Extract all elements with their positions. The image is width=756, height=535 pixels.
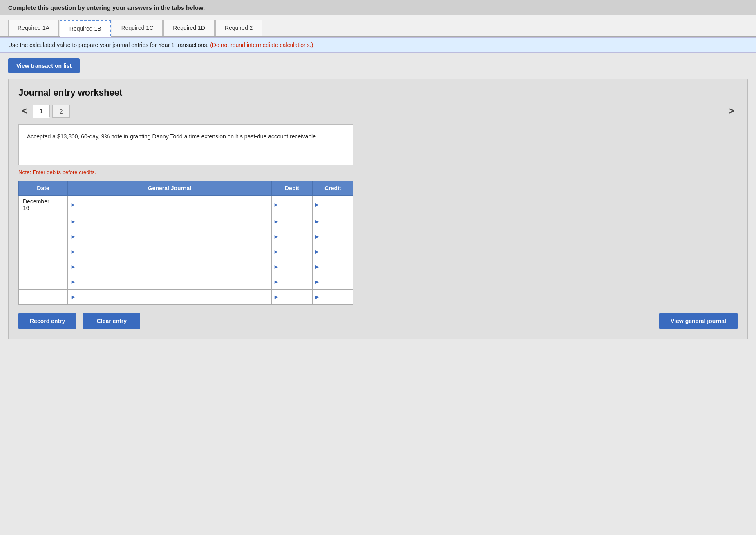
tab-req2[interactable]: Required 2 xyxy=(215,20,262,36)
debit-cell-1[interactable]: ► xyxy=(272,196,313,214)
clear-entry-button[interactable]: Clear entry xyxy=(83,313,140,329)
credit-cell-7[interactable]: ► xyxy=(313,290,353,305)
date-cell-6 xyxy=(19,274,68,290)
tab-req1d[interactable]: Required 1D xyxy=(163,20,215,36)
table-row: ► ► ► xyxy=(19,214,353,229)
debit-arrow-3: ► xyxy=(273,233,279,240)
arrow-icon-7: ► xyxy=(70,294,76,300)
debit-cell-3[interactable]: ► xyxy=(272,229,313,244)
tab-req1c[interactable]: Required 1C xyxy=(112,20,163,36)
table-row: ► ► ► xyxy=(19,259,353,274)
debit-input-6[interactable] xyxy=(281,279,312,285)
arrow-icon-1: ► xyxy=(70,201,76,208)
credit-cell-3[interactable]: ► xyxy=(313,229,353,244)
journal-input-5[interactable] xyxy=(78,263,271,270)
worksheet-title: Journal entry worksheet xyxy=(18,87,738,98)
journal-cell-4[interactable]: ► xyxy=(68,244,272,259)
tab-page-1[interactable]: 1 xyxy=(33,105,50,118)
credit-input-2[interactable] xyxy=(322,218,353,225)
instruction-bar: Use the calculated value to prepare your… xyxy=(0,37,756,53)
table-row: December16 ► ► ► xyxy=(19,196,353,214)
credit-cell-2[interactable]: ► xyxy=(313,214,353,229)
credit-cell-1[interactable]: ► xyxy=(313,196,353,214)
record-entry-button[interactable]: Record entry xyxy=(18,313,76,329)
journal-input-3[interactable] xyxy=(78,233,271,240)
date-cell-5 xyxy=(19,259,68,274)
debit-cell-2[interactable]: ► xyxy=(272,214,313,229)
view-general-journal-button[interactable]: View general journal xyxy=(659,313,738,329)
note-text: Note: Enter debits before credits. xyxy=(18,169,738,175)
prev-arrow-button[interactable]: < xyxy=(18,105,30,117)
journal-cell-5[interactable]: ► xyxy=(68,259,272,274)
view-btn-container: View transaction list xyxy=(0,53,756,79)
debit-cell-4[interactable]: ► xyxy=(272,244,313,259)
debit-input-1[interactable] xyxy=(281,201,312,208)
view-transaction-button[interactable]: View transaction list xyxy=(8,58,80,73)
journal-cell-3[interactable]: ► xyxy=(68,229,272,244)
journal-input-1[interactable] xyxy=(78,201,271,208)
tabs-row: Required 1A Required 1B Required 1C Requ… xyxy=(0,15,756,37)
arrow-icon-5: ► xyxy=(70,263,76,270)
journal-input-6[interactable] xyxy=(78,279,271,285)
top-instruction-text: Complete this question by entering your … xyxy=(8,4,205,11)
debit-cell-5[interactable]: ► xyxy=(272,259,313,274)
journal-table: Date General Journal Debit Credit Decemb… xyxy=(18,181,353,305)
debit-arrow-4: ► xyxy=(273,248,279,255)
credit-arrow-6: ► xyxy=(314,279,320,285)
header-debit: Debit xyxy=(272,181,313,196)
debit-cell-7[interactable]: ► xyxy=(272,290,313,305)
date-cell-2 xyxy=(19,214,68,229)
description-text: Accepted a $13,800, 60-day, 9% note in g… xyxy=(27,133,318,140)
journal-cell-1[interactable]: ► xyxy=(68,196,272,214)
credit-cell-4[interactable]: ► xyxy=(313,244,353,259)
description-box: Accepted a $13,800, 60-day, 9% note in g… xyxy=(18,124,353,165)
worksheet-container: Journal entry worksheet < 1 2 > Accepted… xyxy=(8,79,748,339)
debit-arrow-6: ► xyxy=(273,279,279,285)
arrow-icon-2: ► xyxy=(70,218,76,225)
credit-arrow-4: ► xyxy=(314,248,320,255)
credit-arrow-5: ► xyxy=(314,263,320,270)
credit-input-1[interactable] xyxy=(322,201,353,208)
date-cell-7 xyxy=(19,290,68,305)
debit-input-2[interactable] xyxy=(281,218,312,225)
credit-arrow-1: ► xyxy=(314,201,320,208)
tab-req1b[interactable]: Required 1B xyxy=(60,20,111,37)
journal-input-2[interactable] xyxy=(78,218,271,225)
journal-cell-2[interactable]: ► xyxy=(68,214,272,229)
tab-page-2[interactable]: 2 xyxy=(52,105,69,118)
date-cell-4 xyxy=(19,244,68,259)
header-date: Date xyxy=(19,181,68,196)
arrow-icon-3: ► xyxy=(70,233,76,240)
journal-input-4[interactable] xyxy=(78,248,271,255)
credit-cell-5[interactable]: ► xyxy=(313,259,353,274)
debit-input-7[interactable] xyxy=(281,294,312,300)
header-general-journal: General Journal xyxy=(68,181,272,196)
credit-cell-6[interactable]: ► xyxy=(313,274,353,290)
debit-cell-6[interactable]: ► xyxy=(272,274,313,290)
credit-input-3[interactable] xyxy=(322,233,353,240)
journal-cell-6[interactable]: ► xyxy=(68,274,272,290)
debit-arrow-5: ► xyxy=(273,263,279,270)
tab-req1a[interactable]: Required 1A xyxy=(8,20,59,36)
credit-input-7[interactable] xyxy=(322,294,353,300)
credit-input-6[interactable] xyxy=(322,279,353,285)
journal-input-7[interactable] xyxy=(78,294,271,300)
debit-arrow-7: ► xyxy=(273,294,279,300)
credit-input-4[interactable] xyxy=(322,248,353,255)
journal-cell-7[interactable]: ► xyxy=(68,290,272,305)
date-cell-1: December16 xyxy=(19,196,68,214)
next-arrow-button[interactable]: > xyxy=(726,105,738,117)
table-row: ► ► ► xyxy=(19,290,353,305)
table-row: ► ► ► xyxy=(19,274,353,290)
credit-arrow-2: ► xyxy=(314,218,320,225)
table-row: ► ► ► xyxy=(19,244,353,259)
credit-arrow-7: ► xyxy=(314,294,320,300)
credit-input-5[interactable] xyxy=(322,263,353,270)
debit-input-5[interactable] xyxy=(281,263,312,270)
debit-input-4[interactable] xyxy=(281,248,312,255)
credit-arrow-3: ► xyxy=(314,233,320,240)
header-credit: Credit xyxy=(313,181,353,196)
debit-arrow-2: ► xyxy=(273,218,279,225)
debit-input-3[interactable] xyxy=(281,233,312,240)
instruction-main: Use the calculated value to prepare your… xyxy=(8,42,208,48)
